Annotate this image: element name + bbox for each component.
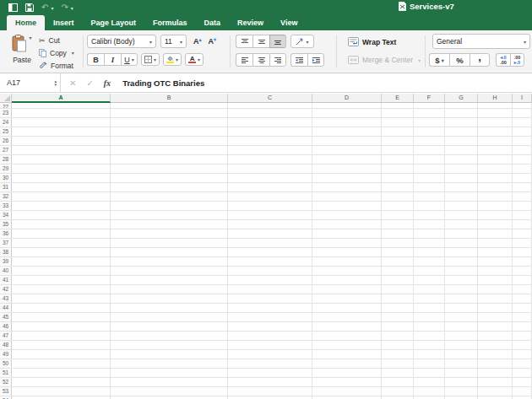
cell-D33[interactable] bbox=[312, 202, 382, 210]
cell-D45[interactable] bbox=[312, 313, 382, 321]
row-header-43[interactable]: 43 bbox=[0, 294, 12, 303]
cell-D50[interactable] bbox=[312, 359, 382, 368]
cell-G31[interactable] bbox=[445, 183, 478, 191]
wrap-text-button[interactable]: Wrap Text bbox=[348, 37, 396, 46]
cell-I23[interactable] bbox=[513, 109, 532, 117]
font-color-button[interactable]: A ▾ bbox=[185, 53, 204, 66]
cell-F33[interactable] bbox=[414, 202, 445, 210]
row-header-40[interactable]: 40 bbox=[0, 267, 12, 275]
cell-I26[interactable] bbox=[513, 137, 532, 145]
cell-G33[interactable] bbox=[445, 202, 478, 210]
cell-H43[interactable] bbox=[478, 294, 513, 303]
cell-B47[interactable] bbox=[111, 332, 228, 340]
cell-G39[interactable] bbox=[445, 257, 478, 266]
cell-D44[interactable] bbox=[312, 304, 382, 312]
cell-H32[interactable] bbox=[478, 192, 513, 201]
cell-B41[interactable] bbox=[111, 276, 228, 284]
column-header-c[interactable]: C bbox=[228, 94, 312, 103]
row-header-27[interactable]: 27 bbox=[0, 146, 12, 154]
cell-H37[interactable] bbox=[478, 239, 513, 247]
cell-E49[interactable] bbox=[382, 350, 414, 359]
cell-G25[interactable] bbox=[445, 127, 478, 136]
cell-H22[interactable] bbox=[478, 103, 513, 108]
cell-F47[interactable] bbox=[414, 332, 445, 340]
row-header-22[interactable]: 22 bbox=[0, 103, 12, 108]
cell-G42[interactable] bbox=[445, 285, 478, 294]
cell-F48[interactable] bbox=[414, 341, 445, 349]
cell-A26[interactable] bbox=[12, 137, 111, 145]
cell-E40[interactable] bbox=[382, 267, 414, 275]
cell-G26[interactable] bbox=[445, 137, 478, 145]
cell-C47[interactable] bbox=[228, 332, 312, 340]
row-header-39[interactable]: 39 bbox=[0, 257, 12, 266]
cell-A37[interactable] bbox=[12, 239, 111, 247]
cell-A31[interactable] bbox=[12, 183, 111, 191]
cell-F23[interactable] bbox=[414, 109, 445, 117]
cell-A29[interactable] bbox=[12, 164, 111, 173]
cell-B32[interactable] bbox=[111, 192, 228, 201]
cell-F45[interactable] bbox=[414, 313, 445, 321]
name-box[interactable]: A17 ▴ ▾ bbox=[0, 73, 61, 92]
cell-C22[interactable] bbox=[228, 103, 312, 108]
cell-C41[interactable] bbox=[228, 276, 312, 284]
cell-D48[interactable] bbox=[312, 341, 382, 349]
cell-C40[interactable] bbox=[228, 267, 312, 275]
column-header-h[interactable]: H bbox=[478, 94, 513, 103]
cell-D36[interactable] bbox=[312, 229, 382, 238]
cell-C44[interactable] bbox=[228, 304, 312, 312]
cell-G51[interactable] bbox=[445, 369, 478, 377]
cell-I53[interactable] bbox=[513, 387, 532, 396]
row-header-31[interactable]: 31 bbox=[0, 183, 12, 191]
cell-H23[interactable] bbox=[478, 109, 513, 117]
column-header-b[interactable]: B bbox=[111, 94, 228, 103]
row-header-50[interactable]: 50 bbox=[0, 359, 12, 368]
cell-E35[interactable] bbox=[382, 220, 414, 229]
undo-dropdown-icon[interactable]: ▾ bbox=[51, 5, 53, 11]
currency-format-button[interactable]: $ ▾ bbox=[429, 53, 449, 67]
cell-D28[interactable] bbox=[312, 155, 382, 164]
cell-I44[interactable] bbox=[513, 304, 532, 312]
cell-G35[interactable] bbox=[445, 220, 478, 229]
cell-H49[interactable] bbox=[478, 350, 513, 359]
cell-E42[interactable] bbox=[382, 285, 414, 294]
stepper-down-icon[interactable]: ▾ bbox=[54, 83, 57, 86]
column-header-f[interactable]: F bbox=[414, 94, 445, 103]
row-header-24[interactable]: 24 bbox=[0, 118, 12, 127]
cell-C32[interactable] bbox=[228, 192, 312, 201]
cell-G46[interactable] bbox=[445, 322, 478, 331]
tab-insert[interactable]: Insert bbox=[45, 15, 83, 30]
cell-A46[interactable] bbox=[12, 322, 111, 331]
cell-D25[interactable] bbox=[312, 127, 382, 136]
cell-E51[interactable] bbox=[382, 369, 414, 377]
cell-H26[interactable] bbox=[478, 137, 513, 145]
cell-H52[interactable] bbox=[478, 378, 513, 386]
cell-H29[interactable] bbox=[478, 164, 513, 173]
column-header-d[interactable]: D bbox=[312, 94, 382, 103]
cell-D37[interactable] bbox=[312, 239, 382, 247]
row-header-28[interactable]: 28 bbox=[0, 155, 12, 164]
cell-C26[interactable] bbox=[228, 137, 312, 145]
align-top-button[interactable] bbox=[236, 35, 252, 48]
cell-H25[interactable] bbox=[478, 127, 513, 136]
cell-D43[interactable] bbox=[312, 294, 382, 303]
cell-C24[interactable] bbox=[228, 118, 312, 127]
cell-F32[interactable] bbox=[414, 192, 445, 201]
cell-E36[interactable] bbox=[382, 229, 414, 238]
cell-F24[interactable] bbox=[414, 118, 445, 127]
cell-F38[interactable] bbox=[414, 248, 445, 256]
cell-B52[interactable] bbox=[111, 378, 228, 386]
cell-G41[interactable] bbox=[445, 276, 478, 284]
cell-C27[interactable] bbox=[228, 146, 312, 154]
cell-D32[interactable] bbox=[312, 192, 382, 201]
tab-review[interactable]: Review bbox=[229, 15, 272, 30]
cell-F44[interactable] bbox=[414, 304, 445, 312]
cell-A33[interactable] bbox=[12, 202, 111, 210]
cell-A43[interactable] bbox=[12, 294, 111, 303]
cell-B22[interactable] bbox=[111, 103, 228, 108]
cell-G32[interactable] bbox=[445, 192, 478, 201]
cell-E46[interactable] bbox=[382, 322, 414, 331]
bold-button[interactable]: B bbox=[87, 53, 104, 66]
underline-button[interactable]: U ▾ bbox=[121, 53, 138, 66]
cell-A25[interactable] bbox=[12, 127, 111, 136]
cell-C46[interactable] bbox=[228, 322, 312, 331]
